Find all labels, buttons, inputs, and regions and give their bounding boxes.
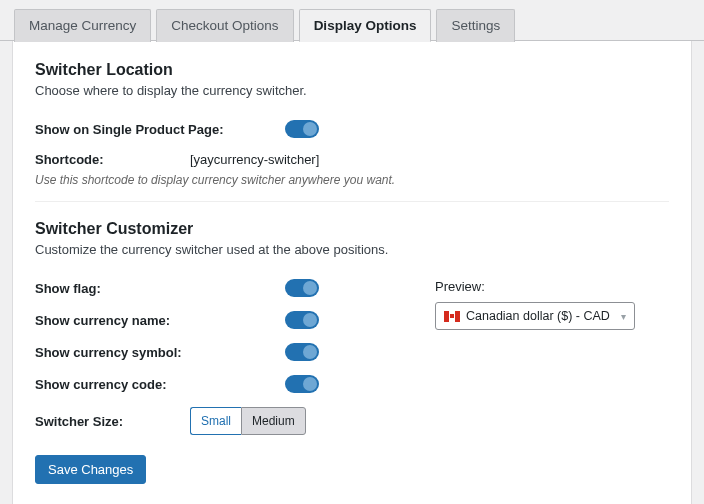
label-show-symbol: Show currency symbol: [35, 345, 285, 360]
tab-checkout-options[interactable]: Checkout Options [156, 9, 293, 42]
panel-display-options: Switcher Location Choose where to displa… [12, 41, 692, 504]
label-switcher-size: Switcher Size: [35, 414, 190, 429]
divider [35, 201, 669, 202]
toggle-show-code[interactable] [285, 375, 319, 393]
section-desc-customizer: Customize the currency switcher used at … [35, 242, 669, 257]
section-title-location: Switcher Location [35, 61, 669, 79]
toggle-show-single-product[interactable] [285, 120, 319, 138]
label-show-code: Show currency code: [35, 377, 285, 392]
tab-display-options[interactable]: Display Options [299, 9, 432, 42]
label-show-flag: Show flag: [35, 281, 285, 296]
tab-manage-currency[interactable]: Manage Currency [14, 9, 151, 42]
label-show-name: Show currency name: [35, 313, 285, 328]
label-show-single-product: Show on Single Product Page: [35, 122, 285, 137]
preview-currency-select[interactable]: Canadian dollar ($) - CAD ▾ [435, 302, 635, 330]
segmented-switcher-size: Small Medium [190, 407, 306, 435]
section-desc-location: Choose where to display the currency swi… [35, 83, 669, 98]
size-medium-button[interactable]: Medium [241, 407, 306, 435]
toggle-show-symbol[interactable] [285, 343, 319, 361]
toggle-show-flag[interactable] [285, 279, 319, 297]
value-shortcode: [yaycurrency-switcher] [190, 152, 319, 167]
admin-tabs: Manage Currency Checkout Options Display… [0, 8, 704, 41]
flag-icon [444, 311, 460, 322]
help-shortcode: Use this shortcode to display currency s… [35, 173, 669, 187]
label-preview: Preview: [435, 279, 669, 294]
section-title-customizer: Switcher Customizer [35, 220, 669, 238]
toggle-show-name[interactable] [285, 311, 319, 329]
tab-settings[interactable]: Settings [436, 9, 515, 42]
chevron-down-icon: ▾ [621, 311, 626, 322]
size-small-button[interactable]: Small [190, 407, 241, 435]
label-shortcode: Shortcode: [35, 152, 190, 167]
preview-selected-text: Canadian dollar ($) - CAD [466, 309, 610, 323]
save-button[interactable]: Save Changes [35, 455, 146, 484]
